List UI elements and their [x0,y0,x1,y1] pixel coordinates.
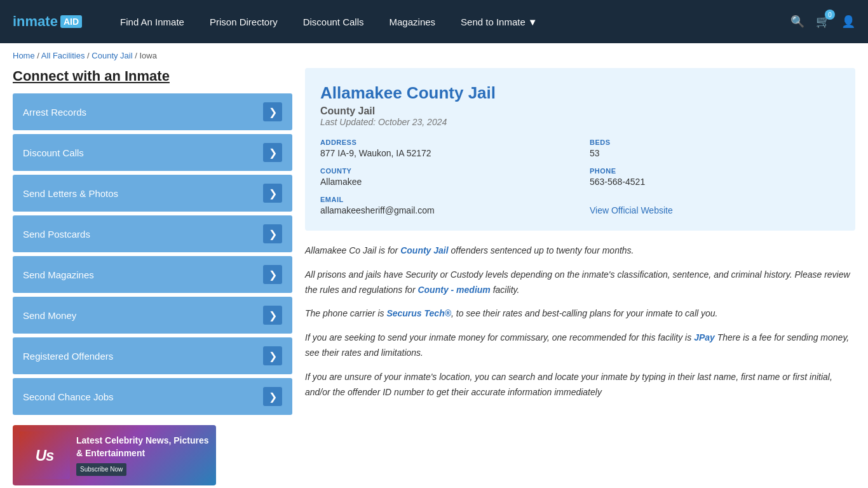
facility-details: ADDRESS 877 IA-9, Waukon, IA 52172 BEDS … [320,139,840,215]
ad-subscribe-button[interactable]: Subscribe Now [76,463,126,476]
sidebar: Connect with an Inmate Arrest Records ❯ … [13,68,292,485]
breadcrumb-state: Iowa [139,51,156,60]
user-icon[interactable]: 👤 [841,15,855,29]
nav-send-to-inmate[interactable]: Send to Inmate ▼ [461,17,538,27]
breadcrumb-county-jail[interactable]: County Jail [92,51,132,60]
description-para4: If you are seeking to send your inmate m… [305,330,855,361]
facility-type: County Jail [320,105,840,117]
email-value: allamakeesheriff@gmail.com [320,205,571,215]
arrow-icon: ❯ [263,346,282,365]
sidebar-item-second-chance-jobs[interactable]: Second Chance Jobs ❯ [13,378,292,415]
nav-find-inmate[interactable]: Find An Inmate [120,17,184,27]
main-container: Connect with an Inmate Arrest Records ❯ … [0,68,868,488]
main-nav: Find An Inmate Prison Directory Discount… [120,17,771,27]
view-official-website-link[interactable]: View Official Website [590,205,673,215]
facility-card: Allamakee County Jail County Jail Last U… [305,68,855,231]
ad-image: Us [19,431,70,479]
sidebar-item-send-magazines[interactable]: Send Magazines ❯ [13,256,292,293]
description-para3: The phone carrier is Securus Tech®, to s… [305,306,855,322]
phone-value: 563-568-4521 [590,177,840,187]
arrow-icon: ❯ [263,184,282,203]
county-jail-link[interactable]: County Jail [400,245,448,255]
breadcrumb: Home / All Facilities / County Jail / Io… [0,43,868,68]
nav-discount-calls[interactable]: Discount Calls [303,17,364,27]
nav-prison-directory[interactable]: Prison Directory [210,17,278,27]
jpay-link[interactable]: JPay [694,332,715,342]
detail-website: View Official Website [590,196,840,215]
breadcrumb-home[interactable]: Home [13,51,35,60]
site-logo[interactable]: inmate AID [13,13,82,30]
county-medium-link[interactable]: County - medium [417,285,490,295]
sidebar-item-send-money[interactable]: Send Money ❯ [13,297,292,334]
arrow-icon: ❯ [263,387,282,406]
beds-value: 53 [590,148,840,158]
sidebar-item-registered-offenders[interactable]: Registered Offenders ❯ [13,337,292,374]
advertisement: Us Latest Celebrity News, Pictures & Ent… [13,425,216,485]
main-content: Allamakee County Jail County Jail Last U… [305,68,855,485]
sidebar-title: Connect with an Inmate [13,68,292,85]
county-value: Allamakee [320,177,571,187]
cart-icon[interactable]: 🛒 0 [816,15,830,29]
description-para2: All prisons and jails have Security or C… [305,268,855,298]
nav-magazines[interactable]: Magazines [390,17,436,27]
sidebar-item-discount-calls[interactable]: Discount Calls ❯ [13,134,292,171]
arrow-icon: ❯ [263,102,282,121]
ad-text: Latest Celebrity News, Pictures & Entert… [76,435,210,475]
facility-name: Allamakee County Jail [320,83,840,103]
sidebar-item-arrest-records[interactable]: Arrest Records ❯ [13,93,292,130]
securus-link[interactable]: Securus Tech® [386,308,451,318]
address-value: 877 IA-9, Waukon, IA 52172 [320,148,571,158]
site-header: inmate AID Find An Inmate Prison Directo… [0,0,868,43]
logo-aid: AID [60,15,82,28]
cart-badge: 0 [825,10,835,20]
search-icon[interactable]: 🔍 [790,15,804,29]
sidebar-item-send-letters[interactable]: Send Letters & Photos ❯ [13,175,292,212]
detail-beds: BEDS 53 [590,139,840,158]
logo-text: inmate [13,13,58,30]
website-value: View Official Website [590,205,840,215]
description-para5: If you are unsure of your inmate's locat… [305,370,855,400]
breadcrumb-all-facilities[interactable]: All Facilities [41,51,85,60]
description-para1: Allamakee Co Jail is for County Jail off… [305,243,855,259]
sidebar-item-send-postcards[interactable]: Send Postcards ❯ [13,215,292,252]
arrow-icon: ❯ [263,306,282,325]
detail-address: ADDRESS 877 IA-9, Waukon, IA 52172 [320,139,571,158]
detail-email: EMAIL allamakeesheriff@gmail.com [320,196,571,215]
facility-updated: Last Updated: October 23, 2024 [320,117,840,127]
arrow-icon: ❯ [263,143,282,162]
detail-county: COUNTY Allamakee [320,167,571,187]
description-section: Allamakee Co Jail is for County Jail off… [305,243,855,400]
arrow-icon: ❯ [263,265,282,284]
header-icons: 🔍 🛒 0 👤 [790,15,855,29]
detail-phone: PHONE 563-568-4521 [590,167,840,187]
arrow-icon: ❯ [263,224,282,243]
